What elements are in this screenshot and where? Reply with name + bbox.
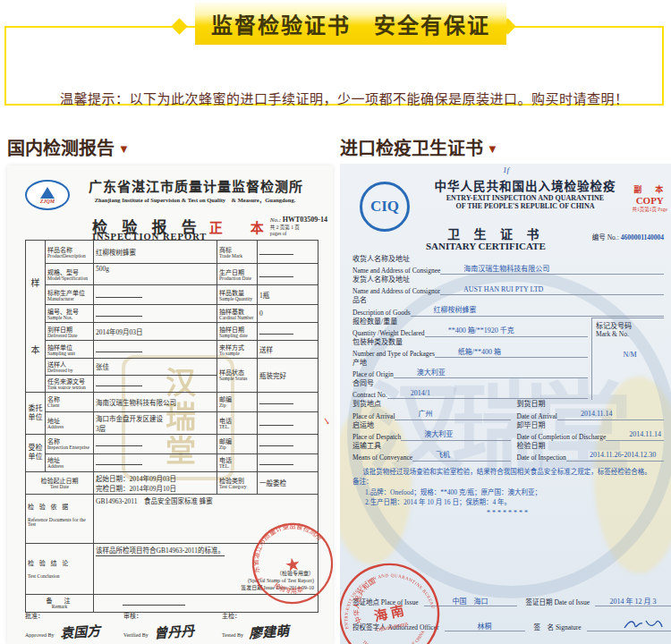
signature-field (587, 618, 671, 631)
remarks-label: 备注： (352, 477, 664, 487)
approver-signature: 批准： Approved By 袁国方 日期（Date）2014-09-10 (25, 606, 123, 644)
table-row: 编号、批号Sample Nos. 抽样基数Cardinal Number 0 (26, 305, 319, 323)
table-row: 标称生产单位Manufacturer 样品数量Sample Quantity 1… (26, 285, 319, 305)
certificate-number: 编号 No.: 4600001140004 (592, 232, 664, 242)
table-row: 地址Address 海口市金盘开发区建设3层 电话TEL. (26, 411, 319, 434)
blank-line (259, 397, 293, 404)
signature-row: 批准： Approved By 袁国方 日期（Date）2014-09-10 审… (25, 606, 320, 644)
field-goods: 品名 Description of Goods红柳桉树蜂蜜 (352, 296, 664, 316)
blank-line (96, 439, 142, 446)
certificate-body: 收货人名称及地址 Name and Address of Consignee海南… (352, 255, 664, 517)
certificate-title-en: SANITARY CERTIFICATE (426, 241, 546, 251)
blank-line (259, 327, 293, 335)
product-certificates-section: 温馨提示：以下为此次蜂蜜的进口手续证明，少一项都不能确保是原装进口。购买时请查明… (0, 0, 671, 644)
blank-line (96, 458, 142, 465)
table-row: 送样人Delivered by 张佳 样品状态Sample Status 瓶装完… (26, 359, 319, 376)
inspection-statement: 该批货物经过现场查验和实验室检验，结果符合我国相关食品安全标准之规定，标签经检验… (352, 467, 664, 477)
blank-line (96, 345, 142, 352)
section-title-import: 进口检疫卫生证书▼ (340, 134, 498, 160)
table-row: 到样日期Delivered Date 2014年09月03日 抽样日期Sampl… (26, 323, 319, 341)
blank-line (96, 309, 142, 317)
remark-line: 2.生产日期：2014 年 10 月 16 日；保质期：4 年。 (365, 497, 664, 508)
blank-line (96, 379, 142, 386)
red-round-stamp: 广东省湛江市质量计量监督检测所 ★ 检验专用章 (244, 515, 333, 613)
tester-signature: 主检： Tested By 廖建萌 日期（Date）2014-09-10 (222, 606, 320, 644)
verifier-signature: 审核： Verified By 曾丹丹 日期（Date）2014-09-10 (123, 606, 222, 644)
institute-name-cn: 广东省湛江市质量计量监督检测所 (72, 176, 320, 195)
table-row: 样本 样品名称ProductDescription 红柳桉树蜂蜜 商标Trade… (26, 241, 319, 264)
table-row: 委托单位 名称Client 海南汉瑞生物科技有限公司 邮编Zip (26, 392, 319, 411)
table-row: 抽样单位Sampling unit 来样方式To sample 送样 (26, 341, 319, 359)
field-origin: 产地 Place of Origin澳大利亚 (352, 359, 588, 378)
blank-line (259, 270, 293, 277)
authority-header: 中华人民共和国出入境检验检疫 ENTRY-EXIT INSPECTION AND… (413, 176, 637, 210)
blank-line (259, 248, 293, 255)
stamp-center-text: 海 南 (373, 603, 406, 624)
end-stars: ******** (352, 509, 664, 517)
original-copy-mark: 正 本 (209, 221, 271, 235)
sanitary-certificate-scan: 汉瑞堂 1f CIQ 中华人民共和国出入境检验检疫 ENTRY-EXIT INS… (340, 164, 671, 644)
ciq-logo-icon: CIQ (360, 182, 410, 232)
institute-name-en: Zhanjiang Institute of Supervision & Tes… (61, 195, 329, 204)
blank-line (96, 291, 142, 298)
blank-line (123, 598, 185, 606)
copy-mark: 副 本 COPY 共1页第1页 Page (632, 183, 667, 213)
handwritten-note: 1f (503, 165, 509, 174)
table-row: 受检单位 名称Inspection Enterprise 邮编Zip (26, 434, 319, 453)
banner: 监督检验证书 安全有保证 (195, 3, 506, 45)
red-pen-mark: ↘ (322, 415, 331, 427)
blank-line (259, 439, 293, 446)
section-title-domestic: 国内检测报告▼ (7, 134, 130, 160)
field-consignor: 发货人名称及地址 Name and Address of ConsignorAU… (352, 275, 664, 295)
signature-scribble (623, 618, 664, 631)
blank-line (259, 458, 293, 465)
remark-line: 1.品牌：Onefood；规格：**400 克/瓶；原产国：澳大利亚； (365, 487, 664, 498)
tip-text: 温馨提示：以下为此次蜂蜜的进口手续证明，少一项都不能确保是原装进口。购买时请查明… (60, 89, 633, 107)
triangle-down-icon: ▼ (487, 142, 498, 156)
field-pair: 运输工具 Means of Conveyance飞机 检验日期 Date of … (352, 442, 664, 462)
table-row: 检验起止日期Test Date 起始日期：2014年09月03日完检日期：201… (26, 471, 319, 494)
triangle-logo-icon (40, 187, 55, 199)
certificate-title-cn: 卫 生 证 书 (447, 225, 545, 242)
triangle-down-icon: ▼ (118, 142, 130, 156)
table-row: 规格、型号Model/Specification 500g 生产日期Produc… (26, 264, 319, 285)
table-row: 地址Address 电话TEL. (26, 453, 319, 471)
field-packages: 包装种类及数量 Number and Type of Packages纸箱/**… (352, 338, 588, 358)
field-contract: 合同号 Contract No.2014/1 (352, 379, 588, 399)
banner-title: 监督检验证书 安全有保证 (211, 8, 490, 39)
field-pair: 启运地 Place of Despatch澳大利亚 卸毕日期 Date of C… (352, 421, 664, 442)
field-pair: 到货地点 Place of Arrival广州 到货日期 Date of Arr… (352, 400, 664, 420)
field-quantity: 报检数量/重量 Quantity /Weight Declared**400 箱… (352, 318, 588, 337)
stamp-arc-english-bottom: THE PEOPLE'S REPUBLIC OF CHINA (361, 627, 429, 644)
inspection-report-scan: 汉瑞堂 ↘ ZJQM 广东省湛江市质量计量监督检测所 Zhanjiang Ins… (7, 165, 333, 644)
field-consignee: 收货人名称及地址 Name and Address of Consignee海南… (352, 255, 664, 275)
stamp-arc-bottom: 检验专用章 (272, 577, 304, 599)
report-number: No.: HWT03509-14 共 2 页第 1 页 pages of (270, 216, 327, 237)
star-icon: ★ (283, 554, 302, 576)
mark-no-box: 标记及号码 Mark & No. N/M (591, 318, 664, 401)
blank-line (259, 419, 293, 426)
